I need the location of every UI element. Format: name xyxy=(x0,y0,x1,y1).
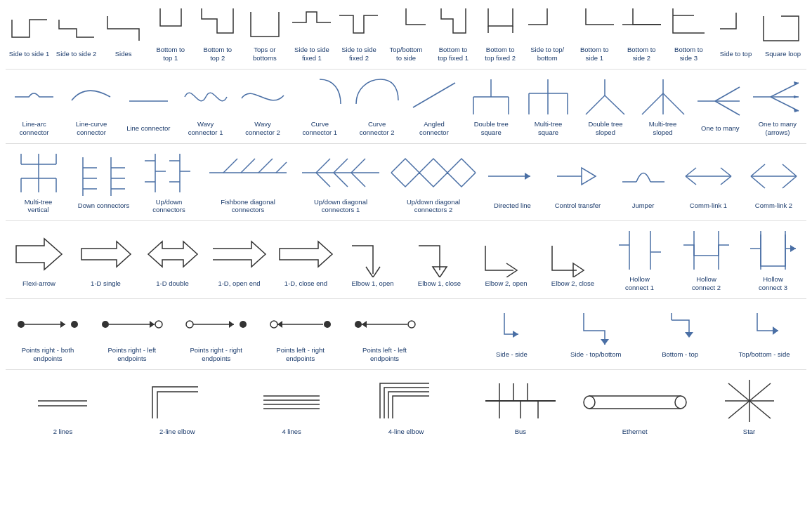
svg-marker-84 xyxy=(16,239,62,270)
label-tops-bottoms: Tops orbottoms xyxy=(253,46,277,62)
cell-side-top: Side to top xyxy=(712,7,759,60)
svg-marker-107 xyxy=(229,321,234,328)
svg-point-101 xyxy=(102,321,109,328)
label-pts-right-right: Points right - rightendpoints xyxy=(190,346,242,363)
cell-bottom-top-1: Bottom totop 1 xyxy=(147,3,194,65)
label-elbow1-close: Elbow 1, close xyxy=(418,279,461,288)
label-side-side-2: Side to side 2 xyxy=(56,50,97,58)
label-1d-close-end: 1-D, close end xyxy=(284,279,327,288)
svg-point-105 xyxy=(186,321,193,328)
svg-line-57 xyxy=(223,159,237,173)
svg-line-76 xyxy=(686,176,696,185)
svg-point-100 xyxy=(71,321,78,328)
label-side-side-conn: Side - side xyxy=(496,350,528,359)
cell-comm-link-2: Comm-link 2 xyxy=(741,152,806,212)
cell-elbow1-open: Elbow 1, open xyxy=(339,230,406,290)
cell-double-tree-sq: Double treesquare xyxy=(463,74,520,139)
svg-line-59 xyxy=(258,159,273,173)
cell-hollow-connect-1: Hollowconnect 1 xyxy=(606,225,673,294)
cell-multi-tree-sq: Multi-treesquare xyxy=(520,74,577,139)
svg-line-58 xyxy=(241,159,255,173)
svg-line-21 xyxy=(663,93,684,114)
svg-marker-103 xyxy=(150,321,155,328)
cell-side-side-1: Side to side 1 xyxy=(6,7,53,60)
cell-sides: Sides xyxy=(100,7,147,60)
svg-line-25 xyxy=(715,101,740,115)
cell-pts-right-both: Points right - bothendpoints xyxy=(6,303,90,365)
label-bottom-side-1: Bottom toside 1 xyxy=(580,46,609,62)
cell-updown-diag-1: Up/down diagonalconnectors 1 xyxy=(294,148,387,217)
cell-bottom-top-fixed-1: Bottom totop fixed 1 xyxy=(430,3,477,65)
label-side-side-fixed-1: Side to sidefixed 1 xyxy=(294,46,329,62)
svg-line-17 xyxy=(605,95,624,114)
label-pts-left-right: Points left - rightendpoints xyxy=(276,346,325,363)
cell-side-top-bottom: Side to top/bottom xyxy=(524,3,571,65)
label-line-arc: Line-arcconnector xyxy=(20,120,49,137)
svg-line-16 xyxy=(586,95,605,114)
label-curve-1: Curveconnector 1 xyxy=(302,120,337,137)
cell-tops-bottoms: Tops orbottoms xyxy=(241,3,288,65)
label-curve-2: Curveconnector 2 xyxy=(360,120,395,137)
label-multi-tree-sl: Multi-treesloped xyxy=(649,120,677,137)
cell-hollow-connect-3: Hollowconnect 3 xyxy=(740,225,806,294)
svg-line-78 xyxy=(721,176,731,185)
row-6: 2 lines 2-line elbow 4 lines xyxy=(6,374,806,438)
label-4-lines: 4 lines xyxy=(282,428,301,436)
svg-marker-96 xyxy=(790,245,796,252)
label-updown-diag-1: Up/down diagonalconnectors 1 xyxy=(314,198,367,215)
label-line-curve: Line-curveconnector xyxy=(76,120,107,137)
row-4: Flexi-arrow 1-D single 1-D double xyxy=(6,225,806,299)
label-line-connector: Line connector xyxy=(126,124,170,133)
svg-line-60 xyxy=(276,162,287,173)
cell-4-lines: 4 lines xyxy=(235,374,349,438)
label-control-transfer: Control transfer xyxy=(555,201,601,210)
svg-point-113 xyxy=(355,321,362,328)
page: Side to side 1 Side to side 2 Sides xyxy=(0,0,812,442)
svg-rect-135 xyxy=(589,396,681,409)
cell-multi-tree-sl: Multi-treesloped xyxy=(634,74,692,139)
label-pts-left-left: Points left - leftendpoints xyxy=(362,346,407,363)
svg-line-64 xyxy=(351,159,365,173)
row-3: Multi-treevertical Down connectors xyxy=(6,148,806,222)
cell-bottom-side-2: Bottom toside 2 xyxy=(618,3,665,65)
spacer-5 xyxy=(426,332,469,336)
cell-hollow-connect-2: Hollowconnect 2 xyxy=(673,225,740,294)
svg-line-83 xyxy=(782,176,797,188)
cell-side-side-fixed-2: Side to sidefixed 2 xyxy=(335,3,382,65)
label-bottom-top-2: Bottom totop 2 xyxy=(203,46,232,62)
label-bottom-top-fixed-1: Bottom totop fixed 1 xyxy=(438,46,469,62)
cell-one-to-many-arrows: One to many(arrows) xyxy=(749,74,806,139)
cell-comm-link-1: Comm-link 1 xyxy=(676,152,741,212)
label-angled: Angledconnector xyxy=(419,120,449,137)
cell-side-side-fixed-1: Side to sidefixed 1 xyxy=(288,3,335,65)
label-updown-diag-2: Up/down diagonalconnectors 2 xyxy=(407,198,460,215)
label-wavy-1: Wavyconnector 1 xyxy=(188,120,223,137)
cell-fishbone-diag: Fishbone diagonalconnectors xyxy=(202,148,294,217)
label-bottom-side-2: Bottom toside 2 xyxy=(627,46,656,62)
svg-marker-87 xyxy=(280,242,332,267)
svg-marker-120 xyxy=(685,332,693,338)
label-square-loop: Square loop xyxy=(765,50,801,58)
cell-bottom-top-2: Bottom totop 2 xyxy=(194,3,241,65)
label-1d-double: 1-D double xyxy=(156,279,188,288)
label-flexi-arrow: Flexi-arrow xyxy=(22,279,55,288)
label-ethernet: Ethernet xyxy=(622,428,648,436)
label-side-top: Side to top xyxy=(720,50,752,58)
cell-1d-close-end: 1-D, close end xyxy=(273,230,339,290)
svg-marker-111 xyxy=(277,321,282,328)
svg-marker-115 xyxy=(362,321,367,328)
cell-top-bottom-side: Top/bottomto side xyxy=(383,3,430,65)
label-bus: Bus xyxy=(515,428,526,436)
cell-square-loop: Square loop xyxy=(759,7,806,60)
cell-line-curve: Line-curveconnector xyxy=(63,74,119,139)
cell-line-arc: Line-arcconnector xyxy=(6,74,63,139)
label-side-top-bottom: Side to top/bottom xyxy=(530,46,564,62)
label-top-bottom-side-conn: Top/bottom - side xyxy=(739,350,790,359)
cell-1d-single: 1-D single xyxy=(72,230,139,290)
label-fishbone-diag: Fishbone diagonalconnectors xyxy=(221,198,275,215)
svg-line-66 xyxy=(334,173,348,187)
cell-one-to-many: One to many xyxy=(692,78,749,135)
cell-elbow2-close: Elbow 2, close xyxy=(539,230,606,290)
label-1d-single: 1-D single xyxy=(91,279,121,288)
cell-updown-connectors: Up/downconnectors xyxy=(136,148,202,217)
